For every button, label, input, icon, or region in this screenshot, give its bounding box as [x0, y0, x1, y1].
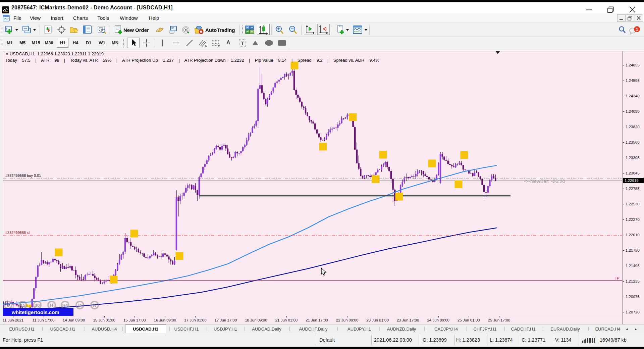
tab-audchf-daily[interactable]: AUDCHF,Daily: [299, 325, 327, 333]
price-tick: [623, 81, 624, 81]
tile-windows-button[interactable]: [245, 26, 254, 34]
time-tick: [13, 316, 13, 317]
status-separator: [553, 335, 553, 345]
timeframe-m1[interactable]: M1: [4, 38, 15, 48]
window-close-button[interactable]: [628, 5, 637, 14]
signal-marker-square[interactable]: [319, 143, 327, 151]
timeframe-m5[interactable]: M5: [17, 38, 28, 48]
crosshair-tool-button[interactable]: [142, 39, 151, 47]
chart-minimize-button[interactable]: [617, 14, 626, 22]
fibonacci-tool[interactable]: F: [211, 39, 221, 47]
candlestick-chart[interactable]: [0, 51, 623, 324]
tab-usdchf-h1[interactable]: USDCHF,H1: [174, 325, 199, 333]
timeframe-h1[interactable]: H1: [57, 38, 68, 48]
signal-marker-square[interactable]: [455, 181, 463, 188]
timeframe-m15[interactable]: M15: [30, 38, 42, 48]
tab-usdcad-h1[interactable]: USDCAD,H1: [50, 325, 75, 333]
ellipse-shape-tool[interactable]: [264, 39, 274, 47]
templates-dropdown-arrow[interactable]: [365, 29, 367, 31]
menu-file[interactable]: File: [13, 15, 21, 21]
toolbar-grip[interactable]: [242, 25, 244, 35]
tabs-scroll-right[interactable]: ▸: [635, 327, 637, 331]
menu-window[interactable]: Window: [120, 15, 138, 21]
symbol-dropdown-arrow[interactable]: ▼: [5, 52, 10, 56]
timeframe-mn[interactable]: MN: [109, 38, 121, 48]
signal-marker-square[interactable]: [110, 276, 118, 284]
tab-audcad-daily[interactable]: AUDCAD,Daily: [252, 325, 281, 333]
toolbar-grip[interactable]: [1, 39, 3, 47]
tab-eurcad-h4[interactable]: EURCAD,H4: [595, 325, 620, 333]
tab-usdjpy-h1[interactable]: USDJPY,H1: [214, 325, 237, 333]
tab-audnzd-daily[interactable]: AUDNZD,Daily: [387, 325, 416, 333]
arrow-shapes-tool[interactable]: [251, 39, 260, 47]
tab-usdcad-h1[interactable]: USDCAD,H1: [125, 325, 166, 333]
tab-cadchf-h1[interactable]: CADCHF,H1: [511, 325, 536, 333]
signal-marker-square[interactable]: [395, 193, 403, 201]
tab-chfjpy-h1[interactable]: CHFJPY,H1: [473, 325, 496, 333]
window-maximize-button[interactable]: [606, 5, 615, 14]
chart-close-button[interactable]: [635, 14, 643, 22]
text-label-tool[interactable]: T: [238, 39, 247, 47]
tab-cadjpy-h4[interactable]: CADJPY,H4: [434, 325, 458, 333]
menu-charts[interactable]: Charts: [73, 15, 88, 21]
equidistant-channel-tool[interactable]: E: [199, 39, 207, 47]
tab-euraud-daily[interactable]: EURAUD,Daily: [550, 325, 580, 333]
signal-marker-square[interactable]: [428, 160, 436, 167]
time-tick: [499, 316, 499, 317]
timeframe-d1[interactable]: D1: [83, 38, 94, 48]
signal-marker-square[interactable]: [55, 249, 63, 256]
horizontal-line-tool[interactable]: [172, 39, 180, 47]
menu-insert[interactable]: Insert: [51, 15, 63, 21]
toolbar-separator: [369, 25, 370, 35]
menu-help[interactable]: Help: [149, 15, 159, 21]
signal-marker-square[interactable]: [379, 151, 387, 159]
chart-shift-button[interactable]: [317, 24, 330, 35]
text-tool[interactable]: A: [226, 40, 230, 46]
signal-marker-square[interactable]: [461, 151, 468, 159]
tabs-scroll-left[interactable]: ◂: [626, 327, 628, 331]
toolbar-grip[interactable]: [123, 39, 124, 47]
signal-marker-square[interactable]: [130, 230, 138, 238]
tab-audjpy-h1[interactable]: AUDJPY,H1: [347, 325, 371, 333]
window-minimize-button[interactable]: [585, 5, 594, 14]
signal-marker-square[interactable]: [372, 176, 380, 183]
price-axis[interactable]: 1.248551.245951.243401.240801.238201.235…: [623, 51, 644, 324]
candlestick-chart-mode-button[interactable]: [257, 24, 270, 35]
signal-marker-square[interactable]: [349, 113, 357, 121]
auto-scroll-button[interactable]: [304, 24, 316, 35]
toolbar-separator: [155, 39, 155, 47]
tab-audusd-h4[interactable]: AUDUSD,H4: [92, 325, 117, 333]
menu-view[interactable]: View: [30, 15, 41, 21]
cursor-tool-button[interactable]: [127, 38, 140, 48]
timeframe-w1[interactable]: W1: [96, 38, 108, 48]
price-label: 1.22010: [626, 233, 640, 237]
autotrading-button[interactable]: [195, 26, 204, 35]
chat-notifications-icon[interactable]: 1: [629, 26, 641, 36]
time-label: 17 Jun 01:00: [184, 318, 207, 322]
menu-tools[interactable]: Tools: [97, 15, 109, 21]
chart-shift-marker[interactable]: [496, 51, 500, 54]
time-axis[interactable]: 11 Jun 202111 Jun 17:0014 Jun 09:0015 Ju…: [3, 316, 623, 324]
price-tick: [623, 173, 624, 173]
tf-circle-d[interactable]: D: [75, 301, 84, 309]
autotrading-label[interactable]: AutoTrading: [205, 27, 235, 33]
timeframe-m30[interactable]: M30: [43, 38, 55, 48]
chart-restore-button[interactable]: [626, 14, 634, 22]
signal-marker-square[interactable]: [176, 252, 183, 260]
tab-eurusd-h1[interactable]: EURUSD,H1: [9, 325, 34, 333]
templates-button[interactable]: [353, 26, 362, 34]
zoom-out-button[interactable]: [288, 26, 298, 35]
indicators-dropdown-arrow[interactable]: [346, 29, 349, 31]
watermark-banner: whitetigertools.com: [3, 308, 73, 316]
time-label: 18 Jun 09:00: [245, 318, 267, 322]
tf-circle-w[interactable]: W: [90, 301, 99, 309]
vertical-line-tool[interactable]: [160, 39, 165, 47]
zoom-in-button[interactable]: [275, 26, 284, 35]
rectangle-shape-tool[interactable]: [277, 39, 287, 47]
price-label: 1.24340: [626, 94, 640, 98]
trendline-tool[interactable]: [185, 39, 194, 47]
timeframe-h4[interactable]: H4: [70, 38, 81, 48]
indicators-button[interactable]: [336, 25, 345, 35]
search-icon[interactable]: [618, 26, 626, 34]
time-label: 17 Jun 17:00: [215, 318, 237, 322]
